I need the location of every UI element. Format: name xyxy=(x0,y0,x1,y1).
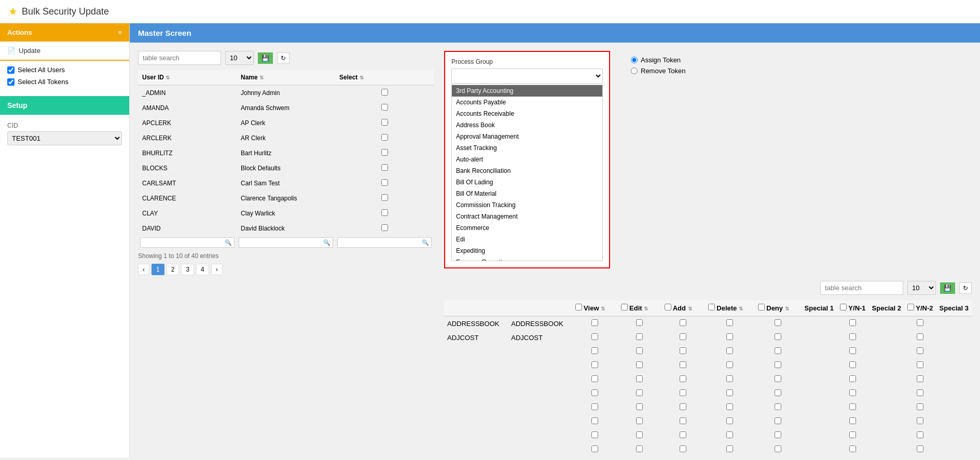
add-cell[interactable] xyxy=(661,345,705,359)
delete-cell[interactable] xyxy=(705,331,755,345)
name-filter[interactable]: 🔍 xyxy=(239,237,333,248)
assign-token-radio[interactable]: Assign Token xyxy=(631,56,685,64)
edit-checkbox[interactable] xyxy=(636,319,643,326)
yn2-checkbox[interactable] xyxy=(917,403,923,410)
select-all-tokens-checkbox[interactable]: Select All Tokens xyxy=(7,78,122,86)
delete-cell[interactable] xyxy=(705,401,755,415)
edit-checkbox[interactable] xyxy=(636,445,643,452)
view-cell[interactable] xyxy=(572,401,618,415)
deny-cell[interactable] xyxy=(755,443,802,457)
deny-checkbox[interactable] xyxy=(775,431,781,438)
user-select-checkbox[interactable] xyxy=(381,224,388,231)
page-1-button[interactable]: 1 xyxy=(151,264,164,275)
yn2-cell[interactable] xyxy=(904,429,936,443)
add-checkbox[interactable] xyxy=(680,431,686,438)
yn2-cell[interactable] xyxy=(904,345,936,359)
view-col-checkbox[interactable] xyxy=(575,304,582,310)
delete-checkbox[interactable] xyxy=(726,347,733,354)
yn2-cell[interactable] xyxy=(904,316,936,331)
view-checkbox[interactable] xyxy=(591,403,598,410)
edit-checkbox[interactable] xyxy=(636,389,643,396)
deny-cell[interactable] xyxy=(755,401,802,415)
yn2-cell[interactable] xyxy=(904,415,936,429)
select-filter-input[interactable] xyxy=(340,238,422,247)
view-checkbox[interactable] xyxy=(591,445,598,452)
yn1-checkbox[interactable] xyxy=(849,389,856,396)
process-group-dropdown-list[interactable]: 3rd Party AccountingAccounts PayableAcco… xyxy=(451,85,603,261)
cid-select[interactable]: TEST001 TEST002 TEST003 xyxy=(7,131,122,145)
delete-checkbox[interactable] xyxy=(726,445,733,452)
yn2-col-checkbox[interactable] xyxy=(907,304,914,310)
delete-cell[interactable] xyxy=(705,373,755,387)
user-select-checkbox[interactable] xyxy=(381,134,388,141)
yn2-checkbox[interactable] xyxy=(917,445,923,452)
edit-cell[interactable] xyxy=(618,316,661,331)
deny-checkbox[interactable] xyxy=(775,333,781,340)
edit-checkbox[interactable] xyxy=(636,375,643,382)
select-all-tokens-input[interactable] xyxy=(7,78,15,86)
yn2-checkbox[interactable] xyxy=(917,347,923,354)
add-cell[interactable] xyxy=(661,373,705,387)
select-cell[interactable] xyxy=(335,191,434,206)
process-group-option[interactable]: Accounts Receivable xyxy=(452,108,602,119)
remove-token-radio[interactable]: Remove Token xyxy=(631,67,685,75)
view-checkbox[interactable] xyxy=(591,417,598,424)
view-cell[interactable] xyxy=(572,373,618,387)
edit-cell[interactable] xyxy=(618,373,661,387)
yn2-checkbox[interactable] xyxy=(917,375,923,382)
yn2-checkbox[interactable] xyxy=(917,431,923,438)
add-checkbox[interactable] xyxy=(680,333,686,340)
process-group-option[interactable]: Bill Of Material xyxy=(452,188,602,199)
view-cell[interactable] xyxy=(572,331,618,345)
process-group-option[interactable]: Accounts Payable xyxy=(452,97,602,108)
delete-cell[interactable] xyxy=(705,443,755,457)
yn1-col-checkbox[interactable] xyxy=(840,304,847,310)
user-select-checkbox[interactable] xyxy=(381,179,388,186)
edit-cell[interactable] xyxy=(618,359,661,373)
page-3-button[interactable]: 3 xyxy=(181,264,194,275)
edit-cell[interactable] xyxy=(618,401,661,415)
user-select-checkbox[interactable] xyxy=(381,119,388,126)
delete-checkbox[interactable] xyxy=(726,333,733,340)
add-checkbox[interactable] xyxy=(680,403,686,410)
user-export-button[interactable]: 💾 xyxy=(258,52,273,64)
edit-checkbox[interactable] xyxy=(636,403,643,410)
deny-checkbox[interactable] xyxy=(775,361,781,368)
yn1-checkbox[interactable] xyxy=(849,347,856,354)
process-group-option[interactable]: Expediting xyxy=(452,245,602,256)
yn1-cell[interactable] xyxy=(837,401,869,415)
yn1-checkbox[interactable] xyxy=(849,333,856,340)
add-checkbox[interactable] xyxy=(680,347,686,354)
deny-checkbox[interactable] xyxy=(775,319,781,326)
yn1-checkbox[interactable] xyxy=(849,361,856,368)
user-table-search[interactable] xyxy=(138,51,221,65)
select-cell[interactable] xyxy=(335,101,434,116)
add-cell[interactable] xyxy=(661,387,705,401)
user-id-filter[interactable]: 🔍 xyxy=(140,237,234,248)
add-checkbox[interactable] xyxy=(680,375,686,382)
delete-cell[interactable] xyxy=(705,387,755,401)
view-checkbox[interactable] xyxy=(591,361,598,368)
deny-cell[interactable] xyxy=(755,345,802,359)
user-select-checkbox[interactable] xyxy=(381,164,388,171)
token-table-search[interactable] xyxy=(820,281,903,295)
process-group-option[interactable]: Contract Management xyxy=(452,211,602,222)
add-cell[interactable] xyxy=(661,415,705,429)
token-per-page-select[interactable]: 10 25 50 100 xyxy=(907,281,936,295)
select-all-users-input[interactable] xyxy=(7,66,15,74)
process-group-option[interactable]: Approval Management xyxy=(452,131,602,142)
yn1-checkbox[interactable] xyxy=(849,431,856,438)
yn1-checkbox[interactable] xyxy=(849,445,856,452)
select-cell[interactable] xyxy=(335,176,434,191)
edit-checkbox[interactable] xyxy=(636,347,643,354)
user-id-filter-input[interactable] xyxy=(143,238,225,247)
delete-cell[interactable] xyxy=(705,359,755,373)
yn2-cell[interactable] xyxy=(904,387,936,401)
yn1-cell[interactable] xyxy=(837,415,869,429)
yn2-cell[interactable] xyxy=(904,443,936,457)
process-group-option[interactable]: Address Book xyxy=(452,119,602,131)
edit-checkbox[interactable] xyxy=(636,431,643,438)
user-select-checkbox[interactable] xyxy=(381,209,388,216)
process-group-option[interactable]: Edi xyxy=(452,234,602,245)
user-select-checkbox[interactable] xyxy=(381,104,388,111)
